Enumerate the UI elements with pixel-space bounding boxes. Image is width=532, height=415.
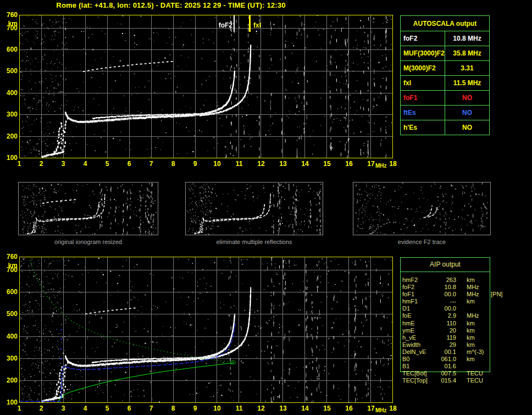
aip-row: D100.0 — [402, 305, 531, 312]
aip-param-label: B0 — [402, 356, 434, 363]
x-tick-label: 18 — [386, 405, 400, 412]
aip-output-rows: hmF2263kmfoF210.8MHzfoF100.0MHz[PN]hmF1-… — [402, 276, 531, 384]
aip-param-value: 01.6 — [434, 363, 456, 370]
aip-param-unit: m^(-3) — [467, 348, 490, 356]
aip-param-unit — [467, 363, 490, 370]
x-tick-label: 9 — [189, 405, 202, 412]
autoscala-param-value: 3.31 — [445, 61, 490, 76]
x-tick-label: 8 — [167, 405, 180, 412]
autoscala-param-label: ftEs — [401, 106, 445, 120]
x-tick-label: 3 — [57, 160, 70, 168]
autoscala-row: foF210.8 MHz — [401, 31, 490, 46]
aip-param-value: 119 — [434, 334, 456, 341]
x-tick-label: 14 — [298, 405, 312, 412]
x-tick-label: 2 — [35, 160, 48, 168]
aip-param-label: B1 — [402, 363, 434, 370]
aip-param-label: foE — [402, 312, 434, 319]
x-tick-label: 14 — [298, 160, 312, 168]
autoscala-row: M(3000)F23.31 — [401, 61, 490, 76]
aip-row: Ewidth29km — [402, 341, 531, 348]
aip-param-value: 061.0 — [434, 356, 456, 363]
aip-param-value: 00.0 — [434, 305, 456, 312]
autoscala-param-label: h'Es — [401, 120, 445, 135]
aip-param-unit: MHz — [467, 284, 490, 291]
aip-param-value: 263 — [434, 276, 456, 284]
aip-row: DelN_vE00.1m^(-3) — [402, 348, 531, 356]
y-tick-label: 400 — [1, 333, 18, 340]
autoscala-param-value: NO — [445, 120, 490, 135]
aip-param-unit: km — [467, 341, 490, 348]
autoscala-row: h'EsNO — [401, 120, 490, 135]
aip-row: h_vE119km — [402, 334, 531, 341]
aip-param-value: 015.4 — [434, 377, 456, 384]
autoscala-param-label: foF1 — [401, 91, 445, 106]
y-tick-label: 300 — [1, 110, 18, 118]
autoscala-row: foF1NO — [401, 91, 490, 106]
aip-param-value: 20 — [434, 327, 456, 334]
aip-param-unit: km — [467, 298, 490, 305]
aip-table-title: AIP output — [401, 261, 490, 268]
page-title: Rome (lat: +41.8, lon: 012.5) - DATE: 20… — [0, 1, 342, 9]
aip-param-value: 00.1 — [434, 348, 456, 356]
aip-row: hmF2263km — [402, 276, 531, 284]
autoscala-output-table: AUTOSCALA output foF210.8 MHzMUF(3000)F2… — [400, 15, 490, 135]
autoscala-param-label: foF2 — [401, 31, 445, 46]
autoscala-row: MUF(3000)F235.8 MHz — [401, 46, 490, 61]
autoscala-param-value: 35.8 MHz — [445, 46, 490, 61]
x-tick-label: 13 — [276, 160, 290, 168]
aip-row: hmE110km — [402, 320, 531, 327]
x-tick-label: 15 — [320, 160, 334, 168]
aip-param-unit: km — [467, 276, 490, 284]
x-tick-label: 7 — [145, 405, 158, 412]
x-tick-label: 3 — [57, 405, 70, 412]
aip-param-unit: TECU — [467, 370, 490, 377]
y-axis-unit: km — [1, 20, 18, 27]
aip-param-note: [PN] — [491, 291, 502, 298]
x-tick-label: 4 — [79, 160, 92, 168]
y-axis-unit: km — [1, 262, 18, 269]
aip-param-label: ymE — [402, 327, 434, 334]
aip-param-value: 10.8 — [434, 284, 456, 291]
aip-param-label: DelN_vE — [402, 348, 434, 356]
aip-param-label: TEC[Top] — [402, 377, 434, 384]
x-axis-unit: MHz — [375, 163, 387, 169]
aip-param-label: hmF1 — [402, 298, 434, 305]
marker-label-fxI: fxI — [253, 21, 261, 29]
autoscala-param-value: NO — [445, 106, 490, 120]
thumbnail-original-ionogram — [18, 182, 158, 235]
aip-row: B0061.0km — [402, 356, 531, 363]
aip-row: foF100.0MHz[PN] — [402, 291, 531, 298]
aip-param-label: Ewidth — [402, 341, 434, 348]
aip-param-unit: km — [467, 334, 490, 341]
inverted-ionogram-plot — [19, 257, 393, 403]
aip-param-label: TEC[Bot] — [402, 370, 434, 377]
y-tick-label: 760 — [1, 253, 18, 261]
recorded-ionogram-plot — [19, 15, 393, 158]
x-tick-label: 10 — [210, 405, 224, 412]
x-tick-label: 8 — [167, 160, 180, 168]
autoscala-row: fxI11.5 MHz — [401, 76, 490, 91]
aip-row: hmF1---km — [402, 298, 531, 305]
thumbnail-caption-no-multiples: eliminate multiple reflections — [185, 239, 323, 245]
thumbnail-caption-original: original ionogram resized — [18, 239, 158, 245]
aip-param-unit: MHz — [467, 312, 490, 319]
x-tick-label: 5 — [101, 160, 114, 168]
aip-param-value: 007.5 — [434, 370, 456, 377]
thumbnail-no-multiples — [185, 182, 323, 235]
x-tick-label: 1 — [13, 405, 26, 412]
aip-row: foE2.9MHz — [402, 312, 531, 319]
aip-param-label: foF1 — [402, 291, 434, 298]
x-tick-label: 9 — [189, 160, 202, 168]
x-tick-label: 6 — [123, 405, 136, 412]
aip-param-value: 29 — [434, 341, 456, 348]
x-tick-label: 12 — [254, 160, 268, 168]
aip-param-unit: km — [467, 327, 490, 334]
marker-label-foF2: foF2 — [219, 21, 232, 29]
aip-param-value: 110 — [434, 320, 456, 327]
x-tick-label: 7 — [145, 160, 158, 168]
aip-param-label: foF2 — [402, 284, 434, 291]
y-tick-label: 600 — [1, 288, 18, 296]
x-tick-label: 5 — [101, 405, 114, 412]
aip-param-value: 2.9 — [434, 312, 456, 319]
aip-title-divider — [401, 272, 490, 272]
